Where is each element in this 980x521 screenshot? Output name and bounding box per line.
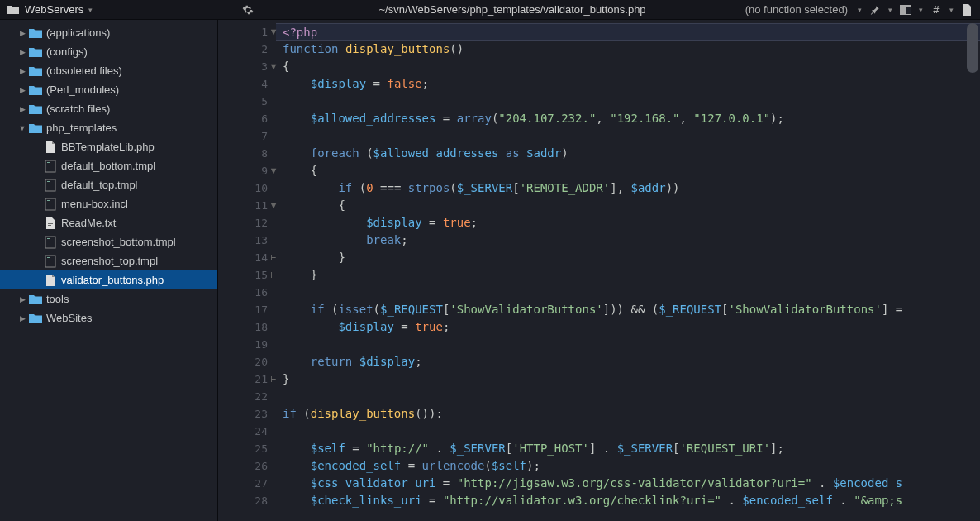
code-editor[interactable]: 1▼23▼456789▼1011▼121314⊢15⊢161718192021⊢… xyxy=(218,20,980,521)
code-line[interactable]: { xyxy=(276,58,980,75)
line-number: 27 xyxy=(218,475,276,492)
gear-icon[interactable] xyxy=(241,3,255,17)
svg-rect-8 xyxy=(48,222,53,222)
code-line[interactable]: $display = false; xyxy=(276,75,980,93)
code-line[interactable]: if (display_buttons()): xyxy=(276,405,980,423)
folder-item[interactable]: ▶(scratch files) xyxy=(0,99,217,118)
code-line[interactable]: $display = true; xyxy=(276,318,980,336)
folder-item[interactable]: ▶tools xyxy=(0,289,217,308)
svg-rect-9 xyxy=(48,223,53,224)
hash-icon[interactable]: # xyxy=(930,3,943,17)
code-line[interactable]: function display_buttons() xyxy=(276,41,980,58)
code-line[interactable]: foreach ($allowed_addresses as $addr) xyxy=(276,145,980,162)
fold-marker[interactable]: ⊢ xyxy=(268,270,279,280)
chevron-down-icon[interactable]: ▾ xyxy=(949,6,954,14)
file-item[interactable]: default_top.tmpl xyxy=(0,175,217,194)
line-number: 3▼ xyxy=(218,58,276,75)
folder-icon xyxy=(7,3,20,17)
fold-marker[interactable]: ▼ xyxy=(268,200,279,211)
disclosure-arrow[interactable]: ▶ xyxy=(17,295,28,304)
code-line[interactable]: } xyxy=(276,370,980,388)
file-item[interactable]: BBTemplateLib.php xyxy=(0,137,217,156)
disclosure-arrow[interactable]: ▶ xyxy=(17,48,28,56)
file-item[interactable]: ReadMe.txt xyxy=(0,213,217,232)
folder-icon xyxy=(28,45,43,59)
code-line[interactable] xyxy=(276,388,980,405)
folder-icon xyxy=(28,65,43,78)
file-item[interactable]: validator_buttons.php xyxy=(0,270,217,289)
pin-icon[interactable] xyxy=(868,3,882,17)
disclosure-arrow[interactable]: ▼ xyxy=(17,124,28,132)
folder-item[interactable]: ▼php_templates xyxy=(0,118,217,137)
folder-item[interactable]: ▶(obsoleted files) xyxy=(0,61,217,80)
document-icon[interactable] xyxy=(960,3,973,17)
chevron-down-icon[interactable]: ▾ xyxy=(888,6,892,14)
project-name[interactable]: WebServers xyxy=(25,3,83,16)
folder-icon xyxy=(28,122,43,135)
function-selector[interactable]: (no function selected) xyxy=(745,3,848,16)
line-number: 1▼ xyxy=(218,23,276,41)
folder-item[interactable]: ▶WebSites xyxy=(0,308,217,327)
folder-item[interactable]: ▶(Perl_modules) xyxy=(0,80,217,99)
tree-item-label: default_bottom.tmpl xyxy=(61,160,155,172)
code-line[interactable]: if (isset($_REQUEST['ShowValidatorButton… xyxy=(276,301,980,318)
folder-item[interactable]: ▶(configs) xyxy=(0,42,217,61)
layout-icon[interactable] xyxy=(899,3,912,17)
code-line[interactable]: } xyxy=(276,249,980,266)
code-line[interactable]: <?php xyxy=(276,23,980,41)
code-line[interactable] xyxy=(276,336,980,353)
main: ▶(applications)▶(configs)▶(obsoleted fil… xyxy=(0,20,980,521)
code-line[interactable]: { xyxy=(276,197,980,214)
disclosure-arrow[interactable]: ▶ xyxy=(17,86,28,94)
line-number: 4 xyxy=(218,75,276,93)
fold-marker[interactable]: ⊢ xyxy=(268,374,279,385)
disclosure-arrow[interactable]: ▶ xyxy=(17,29,28,37)
tree-item-label: menu-box.incl xyxy=(61,198,128,210)
code-line[interactable]: { xyxy=(276,162,980,179)
code-line[interactable]: $encoded_self = urlencode($self); xyxy=(276,457,980,475)
fold-marker[interactable]: ▼ xyxy=(268,165,279,176)
disclosure-arrow[interactable]: ▶ xyxy=(17,314,28,323)
line-number: 14⊢ xyxy=(218,249,276,266)
file-item[interactable]: screenshot_bottom.tmpl xyxy=(0,232,217,251)
folder-item[interactable]: ▶(applications) xyxy=(0,23,217,42)
line-number: 23 xyxy=(218,405,276,423)
fold-marker[interactable]: ▼ xyxy=(268,61,279,72)
file-item[interactable]: screenshot_top.tmpl xyxy=(0,251,217,270)
chevron-down-icon[interactable]: ▾ xyxy=(88,6,93,14)
code-line[interactable] xyxy=(276,93,980,110)
tree-item-label: default_top.tmpl xyxy=(61,179,138,191)
line-number: 20 xyxy=(218,353,276,370)
code-line[interactable]: if (0 === strpos($_SERVER['REMOTE_ADDR']… xyxy=(276,179,980,197)
tree-item-label: BBTemplateLib.php xyxy=(61,141,155,153)
code-line[interactable]: break; xyxy=(276,232,980,249)
line-number: 22 xyxy=(218,388,276,405)
disclosure-arrow[interactable]: ▶ xyxy=(17,105,28,113)
code-line[interactable]: } xyxy=(276,266,980,284)
code-line[interactable]: return $display; xyxy=(276,353,980,370)
code-line[interactable] xyxy=(276,127,980,145)
fold-marker[interactable]: ⊢ xyxy=(268,252,279,263)
disclosure-arrow[interactable]: ▶ xyxy=(17,67,28,75)
folder-icon xyxy=(28,84,43,97)
code-line[interactable]: $allowed_addresses = array("204.107.232.… xyxy=(276,110,980,127)
file-item[interactable]: menu-box.incl xyxy=(0,194,217,213)
svg-rect-7 xyxy=(47,200,50,201)
code-line[interactable] xyxy=(276,284,980,301)
code-area[interactable]: <?phpfunction display_buttons(){ $displa… xyxy=(276,20,980,521)
file-tree[interactable]: ▶(applications)▶(configs)▶(obsoleted fil… xyxy=(0,20,218,521)
chevron-down-icon[interactable]: ▾ xyxy=(919,6,923,14)
scrollbar-thumb[interactable] xyxy=(967,23,978,73)
line-number: 8 xyxy=(218,145,276,162)
code-line[interactable]: $self = "http://" . $_SERVER['HTTP_HOST'… xyxy=(276,440,980,457)
file-item[interactable]: default_bottom.tmpl xyxy=(0,156,217,175)
code-line[interactable]: $display = true; xyxy=(276,214,980,232)
code-line[interactable]: $css_validator_uri = "http://jigsaw.w3.o… xyxy=(276,475,980,492)
file-icon xyxy=(43,160,58,173)
folder-icon xyxy=(28,293,43,306)
code-line[interactable]: $check_links_uri = "http://validator.w3.… xyxy=(276,492,980,509)
line-number: 25 xyxy=(218,440,276,457)
code-line[interactable] xyxy=(276,423,980,440)
chevron-down-icon[interactable]: ▾ xyxy=(858,6,862,14)
fold-marker[interactable]: ▼ xyxy=(268,26,279,37)
